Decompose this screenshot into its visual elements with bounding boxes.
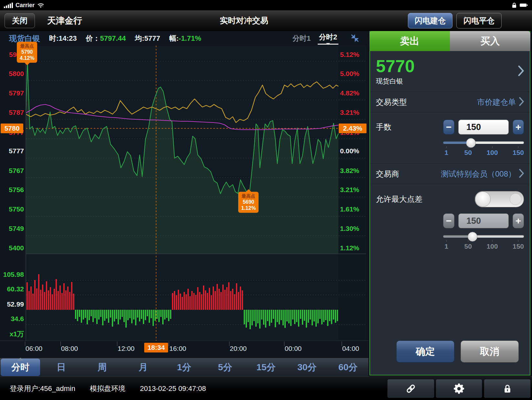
spread-plus-button[interactable]: + <box>513 213 524 228</box>
close-button[interactable]: 关闭 <box>5 13 35 28</box>
cancel-button[interactable]: 取消 <box>461 341 519 362</box>
time-tick-label: 20:00 <box>230 345 247 352</box>
period-tab-月[interactable]: 月 <box>123 358 164 377</box>
percent-axis-label: 1.12% <box>340 244 359 252</box>
datetime-label: 2013-02-25 09:47:08 <box>140 384 206 393</box>
quote-row[interactable]: 5770 现货白银 <box>370 51 530 92</box>
lock-icon <box>503 384 512 394</box>
sell-tab[interactable]: 卖出 <box>369 31 450 51</box>
period-tab-1分[interactable]: 1分 <box>164 358 205 377</box>
max-spread-toggle[interactable] <box>475 191 524 207</box>
max-spread-label: 允许最大点差 <box>376 194 422 204</box>
bottom-status-bar: 登录用户:456_admin 模拟盘环境 2013-02-25 09:47:08 <box>0 376 532 400</box>
battery-icon <box>519 3 528 8</box>
price-axis-label: 5749 <box>0 225 24 232</box>
high-point-callout: 最高点56901.12% <box>238 192 259 213</box>
price-axis-label: 5777 <box>0 147 24 155</box>
crosshair-time-marker: 18:34 <box>144 343 168 352</box>
spread-minus-button[interactable]: − <box>443 213 454 228</box>
confirm-button[interactable]: 确定 <box>396 341 454 362</box>
lots-slider[interactable] <box>443 138 524 147</box>
price-axis-label: 5756 <box>0 186 24 194</box>
time-tick-label: 16:00 <box>169 345 186 352</box>
percent-axis-label: 3.21% <box>340 109 359 116</box>
trade-type-row[interactable]: 交易类型 市价建仓单 <box>370 92 530 113</box>
lots-input[interactable] <box>458 120 509 135</box>
price-axis-label: 5750 <box>0 205 24 213</box>
period-tab-5分[interactable]: 5分 <box>205 358 246 377</box>
volume-axis-label: x1万 <box>0 330 24 339</box>
current-percent-marker: 2.43% <box>339 124 367 133</box>
tab-intraday-2[interactable]: 分时2 <box>318 32 338 45</box>
percent-axis-label: 1.61% <box>340 205 359 213</box>
volume-axis-label: 34.6 <box>0 315 24 323</box>
price-axis-label: 5787 <box>0 109 24 116</box>
carrier-label: Carrier <box>16 2 35 9</box>
order-ticket: 卖出 买入 5770 现货白银 交易类型 市价建仓单 <box>369 31 530 375</box>
app-brand: 天津金行 <box>47 15 82 27</box>
time-tick-label: 12:00 <box>118 345 135 352</box>
volume-axis-label: 105.98 <box>0 271 24 278</box>
flash-close-position-button[interactable]: 闪电平仓 <box>456 13 502 28</box>
spread-slider-scale: 150100150 <box>443 243 524 250</box>
price-axis-label: 5797 <box>0 89 24 97</box>
time-tick-label: 08:00 <box>61 345 78 352</box>
price-axis-label: 5400 <box>0 244 24 252</box>
lots-plus-button[interactable]: + <box>513 120 524 135</box>
broker-row[interactable]: 交易商 测试特别会员（008） <box>370 164 530 184</box>
order-symbol: 现货白银 <box>376 77 415 86</box>
percent-axis-label: 5.00% <box>340 70 359 78</box>
current-price-marker: 5780 <box>1 124 23 133</box>
login-user: 登录用户:456_admin <box>10 384 75 394</box>
percent-axis-label: 5.12% <box>340 51 359 59</box>
time-axis: 06:0008:0012:0016:0020:0000:0004:0018:34 <box>0 341 368 358</box>
broker-label: 交易商 <box>376 169 399 179</box>
slider-handle[interactable] <box>466 138 476 148</box>
price-volume-chart[interactable]: 5958005797578757775777576757565750574954… <box>0 46 368 341</box>
percent-axis-label: 4.82% <box>340 89 359 97</box>
chart-header: 现货白银 时:14:23 价：5797.44 均:5777 幅:-1.71% 分… <box>0 31 368 46</box>
slider-track[interactable] <box>443 141 524 144</box>
wifi-icon <box>37 3 44 8</box>
ios-status-bar: Carrier <box>0 0 532 10</box>
period-tab-30分[interactable]: 30分 <box>287 358 328 377</box>
spread-input[interactable] <box>458 213 509 228</box>
flash-open-position-button[interactable]: 闪电建仓 <box>408 13 452 28</box>
period-tab-bar: 分时日周月1分5分15分30分60分 <box>0 358 368 377</box>
chevron-right-icon <box>519 169 524 179</box>
time-tick-label: 00:00 <box>285 345 302 352</box>
quote-time: 时:14:23 <box>49 34 77 43</box>
gear-icon <box>454 384 464 394</box>
order-price: 5770 <box>376 57 415 75</box>
rotation-lock-icon <box>512 3 516 8</box>
buy-tab[interactable]: 买入 <box>450 31 530 51</box>
toggle-knob[interactable] <box>475 191 491 207</box>
quote-range: 幅:-1.71% <box>169 34 201 43</box>
link-button[interactable] <box>387 379 434 398</box>
period-tab-60分[interactable]: 60分 <box>327 358 368 377</box>
quote-average: 均:5777 <box>135 34 160 43</box>
price-axis-label: 5767 <box>0 167 24 175</box>
volume-axis-label: 52.99 <box>0 300 24 308</box>
trade-type-label: 交易类型 <box>376 97 407 107</box>
chart-section: 现货白银 时:14:23 价：5797.44 均:5777 幅:-1.71% 分… <box>0 31 368 376</box>
period-tab-分时[interactable]: 分时 <box>1 359 40 376</box>
period-tab-日[interactable]: 日 <box>41 358 82 377</box>
time-tick-label: 04:00 <box>342 345 359 352</box>
collapse-chart-icon[interactable] <box>350 33 360 45</box>
time-tick-label: 06:00 <box>26 345 43 352</box>
lock-button[interactable] <box>484 379 531 398</box>
settings-button[interactable] <box>436 379 482 398</box>
price-axis-label: 5800 <box>0 70 24 78</box>
slider-track[interactable] <box>443 235 524 238</box>
chart-canvas[interactable] <box>0 46 368 341</box>
lots-minus-button[interactable]: − <box>443 120 454 135</box>
link-icon <box>405 383 416 394</box>
period-tab-15分[interactable]: 15分 <box>246 358 287 377</box>
percent-axis-label: 0.00% <box>340 147 359 155</box>
period-tab-周[interactable]: 周 <box>82 358 123 377</box>
spread-slider[interactable] <box>443 232 524 241</box>
slider-handle[interactable] <box>468 232 477 242</box>
tab-intraday-1[interactable]: 分时1 <box>293 34 311 43</box>
volume-axis-label: 60.32 <box>0 285 24 293</box>
